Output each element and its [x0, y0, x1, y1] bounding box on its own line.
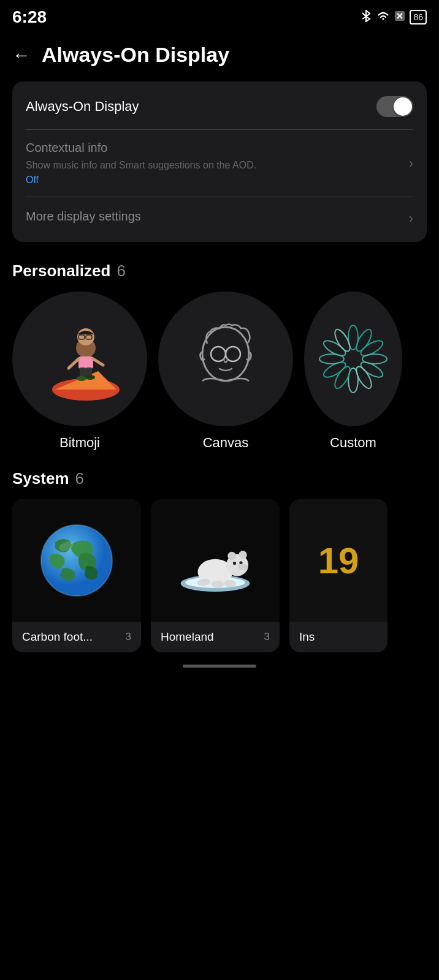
system-cards-row: Carbon foot... 3: [0, 499, 439, 652]
toggle-knob: [394, 97, 412, 116]
svg-point-19: [211, 347, 226, 361]
third-card-name: Ins: [299, 630, 315, 643]
list-item[interactable]: Custom: [304, 292, 402, 451]
list-item[interactable]: Homeland 3: [151, 499, 280, 652]
contextual-title: Contextual info: [26, 141, 409, 155]
svg-point-27: [354, 364, 375, 391]
more-display-row[interactable]: More display settings ›: [12, 197, 427, 239]
contextual-value: Off: [26, 175, 409, 186]
svg-point-42: [239, 551, 247, 560]
svg-rect-14: [80, 368, 86, 377]
status-time: 6:28: [12, 7, 47, 27]
bluetooth-icon: [361, 10, 372, 24]
back-button[interactable]: ←: [12, 45, 31, 66]
carbon-foot-name: Carbon foot...: [22, 630, 93, 644]
bitmoji-svg: [31, 310, 129, 408]
system-count: 6: [75, 469, 84, 488]
custom-svg: [304, 292, 402, 426]
chevron-icon-2: ›: [409, 211, 413, 227]
earth-svg: [37, 521, 116, 600]
wifi-icon: [376, 10, 390, 24]
svg-point-24: [359, 338, 385, 359]
contextual-info-row[interactable]: Contextual info Show music info and Smar…: [12, 130, 427, 197]
svg-point-44: [233, 562, 236, 565]
status-bar: 6:28 86: [0, 0, 439, 32]
x-icon: [395, 11, 405, 23]
svg-point-20: [226, 347, 240, 361]
svg-point-33: [332, 328, 353, 354]
carbon-foot-img: [12, 499, 141, 622]
personalized-items-row: Bitmoji: [0, 292, 439, 463]
list-item[interactable]: 19 Ins: [289, 499, 387, 652]
system-section-header: System 6: [0, 469, 439, 499]
battery-icon: 86: [410, 10, 427, 24]
svg-line-12: [69, 359, 78, 368]
svg-point-48: [211, 581, 224, 588]
aod-toggle-label: Always-On Display: [26, 99, 139, 115]
system-title: System: [12, 469, 69, 488]
canvas-circle: [158, 292, 293, 426]
homeland-img: [151, 499, 280, 622]
polar-bear-svg: [169, 527, 261, 594]
bitmoji-label: Bitmoji: [59, 435, 100, 451]
list-item[interactable]: Canvas: [158, 292, 293, 451]
third-card-number: 19: [318, 540, 359, 582]
contextual-desc: Show music info and Smart suggestions on…: [26, 159, 320, 172]
svg-line-13: [93, 359, 103, 365]
aod-toggle-row[interactable]: Always-On Display: [12, 84, 427, 129]
custom-circle: [304, 292, 402, 426]
scroll-indicator: [0, 652, 439, 674]
settings-card: Always-On Display Contextual info Show m…: [12, 81, 427, 242]
svg-point-23: [354, 328, 375, 354]
page-header: ← Always-On Display: [0, 32, 439, 81]
personalized-title: Personalized: [12, 262, 110, 281]
homeland-name: Homeland: [161, 630, 214, 644]
more-display-label: More display settings: [26, 209, 141, 224]
carbon-foot-count: 3: [126, 631, 131, 643]
aod-toggle[interactable]: [376, 96, 413, 117]
canvas-label: Canvas: [203, 435, 249, 451]
svg-point-17: [85, 375, 95, 380]
svg-rect-11: [78, 356, 93, 369]
list-item[interactable]: Bitmoji: [12, 292, 147, 451]
svg-point-30: [321, 360, 348, 380]
system-section: System 6: [0, 469, 439, 652]
svg-point-32: [321, 338, 348, 359]
scroll-bar: [183, 665, 256, 668]
svg-point-29: [332, 364, 353, 391]
custom-label: Custom: [330, 435, 376, 451]
svg-point-46: [239, 564, 248, 571]
third-card-img: 19: [289, 499, 387, 622]
svg-point-41: [227, 552, 236, 560]
homeland-count: 3: [264, 631, 270, 643]
personalized-section-header: Personalized 6: [0, 262, 439, 292]
chevron-icon: ›: [409, 156, 413, 172]
page-title: Always-On Display: [42, 43, 229, 67]
status-icons: 86: [361, 10, 427, 24]
svg-point-26: [359, 360, 385, 380]
bitmoji-circle: [12, 292, 147, 426]
svg-point-16: [77, 376, 86, 381]
svg-point-49: [224, 580, 236, 587]
list-item[interactable]: Carbon foot... 3: [12, 499, 141, 652]
canvas-svg: [177, 310, 275, 408]
personalized-count: 6: [116, 262, 125, 281]
